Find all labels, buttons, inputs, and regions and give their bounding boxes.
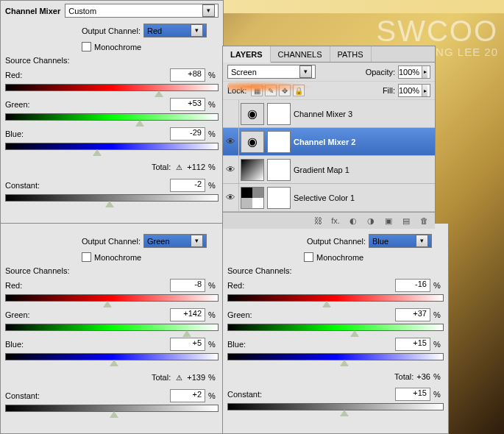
constant-value-input[interactable]: +15: [395, 388, 430, 401]
blue-slider[interactable]: [5, 143, 219, 150]
green-value-input[interactable]: +37: [395, 308, 430, 321]
constant-value-input[interactable]: +2: [170, 389, 205, 402]
pct-label: %: [208, 71, 219, 79]
red-value-input[interactable]: -16: [395, 279, 430, 292]
total-label: Total:: [394, 372, 414, 381]
constant-label: Constant:: [5, 391, 40, 400]
mask-thumb: [267, 103, 291, 125]
chevron-down-icon: ▾: [202, 4, 215, 17]
red-slider[interactable]: [227, 294, 444, 302]
red-value-input[interactable]: +88: [170, 68, 205, 82]
tab-channels[interactable]: CHANNELS: [271, 46, 330, 62]
group-icon[interactable]: ▣: [382, 215, 395, 227]
chevron-down-icon: ▾: [191, 235, 203, 247]
layer-row[interactable]: ◉ Channel Mixer 3: [223, 100, 435, 128]
output-channel-select[interactable]: Blue ▾: [369, 234, 432, 248]
blue-slider[interactable]: [5, 353, 219, 360]
monochrome-checkbox[interactable]: [304, 252, 313, 262]
source-channels-label: Source Channels:: [1, 266, 223, 278]
opacity-input[interactable]: 100%▸: [398, 65, 430, 79]
layer-style-icon[interactable]: fx.: [329, 215, 342, 227]
watermark-text: SWCOO: [376, 15, 498, 48]
monochrome-label: Monochrome: [316, 253, 363, 262]
blend-mode-value: Screen: [231, 68, 257, 77]
red-slider[interactable]: [5, 84, 219, 91]
lock-pixels-icon[interactable]: ✎: [265, 85, 277, 96]
red-label: Red:: [227, 281, 244, 290]
output-channel-select[interactable]: Green ▾: [143, 234, 207, 248]
chevron-down-icon: ▾: [299, 65, 312, 78]
output-channel-label: Output Channel:: [307, 237, 366, 246]
blue-value-input[interactable]: +15: [395, 338, 430, 351]
total-value: +112: [187, 163, 205, 171]
layer-name: Gradient Map 1: [294, 166, 349, 174]
green-value-input[interactable]: +142: [170, 308, 205, 321]
layer-name: Channel Mixer 3: [294, 110, 352, 118]
green-slider[interactable]: [5, 113, 219, 121]
monochrome-checkbox[interactable]: [82, 42, 91, 51]
lock-position-icon[interactable]: ✥: [279, 85, 291, 96]
constant-slider[interactable]: [227, 403, 444, 410]
fill-label: Fill:: [383, 86, 395, 95]
adjustment-layer-icon[interactable]: ◑: [364, 215, 377, 227]
layer-row[interactable]: 👁 Selective Color 1: [223, 184, 435, 212]
green-slider[interactable]: [5, 324, 219, 331]
red-value-input[interactable]: -8: [170, 279, 205, 292]
new-layer-icon[interactable]: ▤: [400, 215, 413, 227]
monochrome-label: Monochrome: [94, 43, 141, 51]
delete-layer-icon[interactable]: 🗑: [417, 215, 430, 227]
lock-all-icon[interactable]: 🔒: [293, 85, 305, 96]
red-label: Red:: [5, 71, 22, 79]
red-slider[interactable]: [5, 294, 219, 302]
constant-slider[interactable]: [5, 194, 219, 202]
blue-value-input[interactable]: -29: [170, 127, 205, 140]
tab-layers[interactable]: LAYERS: [223, 46, 271, 63]
channel-mixer-panel-red: Channel Mixer Custom ▾ Output Channel: R…: [0, 0, 224, 224]
blue-slider[interactable]: [227, 353, 444, 360]
adjustment-thumb: ◉: [241, 103, 264, 125]
monochrome-label: Monochrome: [94, 253, 141, 262]
adjustment-thumb: [241, 159, 264, 181]
green-label: Green:: [5, 310, 30, 319]
panel-tabs: LAYERS CHANNELS PATHS: [223, 46, 435, 63]
visibility-toggle[interactable]: 👁: [226, 192, 235, 203]
layer-name: Selective Color 1: [294, 193, 355, 202]
constant-slider[interactable]: [5, 405, 219, 412]
layer-mask-icon[interactable]: ◐: [347, 215, 360, 227]
lock-label: Lock:: [227, 86, 246, 95]
chevron-down-icon: ▾: [416, 235, 428, 247]
total-value: +36: [416, 372, 430, 381]
tab-paths[interactable]: PATHS: [330, 46, 372, 62]
preset-select[interactable]: Custom ▾: [65, 4, 219, 18]
layers-panel: LAYERS CHANNELS PATHS Screen ▾ Opacity: …: [222, 46, 436, 224]
red-label: Red:: [5, 281, 22, 290]
visibility-toggle[interactable]: 👁: [226, 136, 235, 147]
source-channels-label: Source Channels:: [1, 56, 223, 68]
panel-title: Channel Mixer: [5, 7, 60, 15]
green-label: Green:: [5, 100, 30, 109]
output-channel-value: Green: [147, 237, 170, 246]
fill-input[interactable]: 100%▸: [398, 84, 430, 97]
output-channel-label: Output Channel:: [82, 237, 141, 246]
layer-row[interactable]: 👁 Gradient Map 1: [223, 156, 435, 184]
green-value-input[interactable]: +53: [170, 98, 205, 111]
arrow-icon: ▸: [422, 85, 427, 96]
output-channel-value: Red: [147, 26, 162, 35]
lock-transparency-icon[interactable]: ▦: [251, 85, 263, 96]
blue-label: Blue:: [5, 340, 24, 349]
constant-value-input[interactable]: -2: [170, 179, 205, 192]
mask-thumb: [267, 131, 291, 153]
blend-mode-select[interactable]: Screen ▾: [227, 65, 316, 79]
opacity-label: Opacity:: [366, 68, 395, 77]
output-channel-select[interactable]: Red ▾: [143, 24, 207, 38]
layers-footer: ⛓ fx. ◐ ◑ ▣ ▤ 🗑: [223, 212, 435, 229]
mask-thumb: [267, 159, 291, 181]
layer-row[interactable]: 👁 ◉ Channel Mixer 2: [223, 128, 435, 156]
monochrome-checkbox[interactable]: [82, 252, 91, 262]
link-layers-icon[interactable]: ⛓: [311, 215, 324, 227]
visibility-toggle[interactable]: 👁: [226, 164, 235, 175]
chevron-down-icon: ▾: [191, 24, 203, 37]
blue-value-input[interactable]: +5: [170, 338, 205, 351]
constant-label: Constant:: [5, 181, 40, 190]
green-slider[interactable]: [227, 324, 444, 331]
